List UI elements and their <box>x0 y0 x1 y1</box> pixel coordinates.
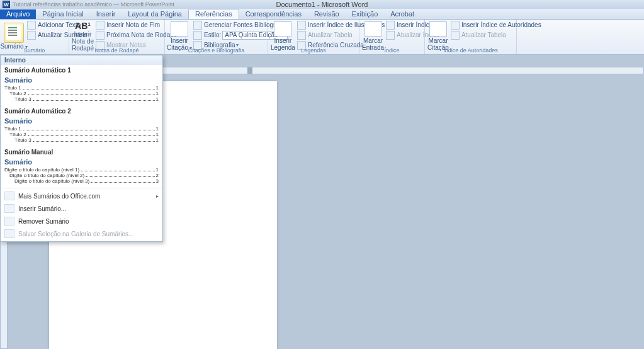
manual-line3-label: Digite o título do capítulo (nível 3) <box>14 178 89 184</box>
update-captions-icon <box>297 31 306 40</box>
gallery-manual-preview[interactable]: Sumário Digite o título do capítulo (nív… <box>4 158 159 184</box>
group-label-citations: Citações e Bibliografia <box>165 47 268 54</box>
group-label-footnotes: Notas de Rodapé <box>69 47 164 54</box>
auto2-line2-page: 1 <box>156 132 159 137</box>
gallery-section-builtin: Interno <box>1 55 162 65</box>
tab-review[interactable]: Revisão <box>308 9 346 19</box>
more-toc-office-button[interactable]: Mais Sumários do Office.com▸ <box>1 190 162 202</box>
auto1-line1-label: Título 1 <box>4 85 21 91</box>
update-index-icon <box>386 31 395 40</box>
caption-icon <box>274 21 291 37</box>
toc-icon <box>4 23 24 43</box>
mark-citation-icon <box>429 21 447 37</box>
auto1-line1-page: 1 <box>156 85 159 91</box>
manage-sources-icon <box>193 21 202 30</box>
save-selection-gallery-button: Salvar Seleção na Galeria de Sumários... <box>1 227 162 240</box>
more-toc-label: Mais Sumários do Office.com <box>18 193 100 200</box>
group-index: Marcar Entrada Inserir Índice Atualizar … <box>359 20 425 54</box>
document-title: Documento1 - Microsoft Word <box>276 1 368 8</box>
auto2-line1-label: Título 1 <box>4 126 21 132</box>
auto1-line2-label: Título 2 <box>9 91 26 96</box>
manual-line3-page: 3 <box>156 178 159 184</box>
background-window-title: Tutorial referências trabalho acadêmico … <box>13 1 174 8</box>
update-captions-label: Atualizar Tabela <box>308 31 353 39</box>
auto2-title: Sumário <box>4 117 159 125</box>
update-authorities-icon <box>451 31 460 40</box>
tab-insert[interactable]: Inserir <box>90 9 122 19</box>
save-gallery-icon <box>4 229 14 238</box>
tab-references[interactable]: Referências <box>188 9 239 19</box>
update-authorities-button[interactable]: Atualizar Tabela <box>449 30 543 40</box>
remove-toc-button[interactable]: Remover Sumário <box>1 215 162 227</box>
tab-home[interactable]: Página Inicial <box>36 9 89 19</box>
next-footnote-icon <box>96 31 105 40</box>
update-authorities-label: Atualizar Tabela <box>461 31 506 39</box>
tab-mailings[interactable]: Correspondências <box>239 9 308 19</box>
ribbon: Sumário Adicionar Texto Atualizar Sumári… <box>0 20 644 55</box>
manual-line1-page: 1 <box>156 167 159 173</box>
update-toc-icon <box>27 31 36 40</box>
insert-toc-icon <box>4 204 14 213</box>
insert-toc-label: Inserir Sumário... <box>18 205 66 212</box>
ribbon-tabs: Arquivo Página Inicial Inserir Layout da… <box>0 9 644 20</box>
gallery-auto2-preview[interactable]: Sumário Título 11 Título 21 Título 31 <box>4 117 159 143</box>
remove-toc-icon <box>4 217 14 226</box>
citation-icon <box>171 21 188 37</box>
add-text-icon <box>27 21 36 30</box>
toc-gallery-dropdown: Interno Sumário Automático 1 Sumário Tít… <box>0 55 163 242</box>
insert-authorities-button[interactable]: Inserir Índice de Autoridades <box>449 20 543 30</box>
manual-line2-page: 2 <box>156 173 159 178</box>
office-icon <box>4 192 14 200</box>
manual-title: Sumário <box>4 158 159 166</box>
save-selection-label: Salvar Seleção na Galeria de Sumários... <box>18 231 133 237</box>
gallery-auto1-preview[interactable]: Sumário Título 11 Título 21 Título 31 <box>4 76 159 102</box>
insert-index-icon <box>386 21 395 30</box>
manual-line2-label: Digite o título do capítulo (nível 2) <box>9 173 84 178</box>
tab-page-layout[interactable]: Layout da Página <box>121 9 188 19</box>
endnote-label: Inserir Nota de Fim <box>106 21 160 29</box>
manual-line1-label: Digite o título do capítulo (nível 1) <box>4 167 79 173</box>
style-icon <box>193 31 202 40</box>
auto1-line2-page: 1 <box>156 91 159 96</box>
auto1-line3-label: Título 3 <box>14 96 31 102</box>
word-app-icon: W <box>3 1 10 8</box>
auto1-line3-page: 1 <box>156 96 159 102</box>
auto2-line2-label: Título 2 <box>9 132 26 137</box>
tab-file[interactable]: Arquivo <box>0 9 36 19</box>
authorities-icon <box>451 21 460 30</box>
auto2-line3-page: 1 <box>156 137 159 143</box>
group-authorities: Marcar Citação Inserir Índice de Autorid… <box>425 20 517 54</box>
group-label-toc: Sumário <box>0 47 69 54</box>
gallery-auto2-name[interactable]: Sumário Automático 2 <box>1 106 162 116</box>
group-footnotes: AB¹ Inserir Nota de Rodapé Inserir Nota … <box>69 20 165 54</box>
group-citations: Inserir Citação Gerenciar Fontes Bibliog… <box>165 20 268 54</box>
group-table-of-contents: Sumário Adicionar Texto Atualizar Sumári… <box>0 20 69 54</box>
footnote-icon: AB¹ <box>74 21 92 31</box>
endnote-icon <box>96 21 105 30</box>
gallery-manual-name[interactable]: Sumário Manual <box>1 147 162 157</box>
gallery-auto1-name[interactable]: Sumário Automático 1 <box>1 65 162 75</box>
auto1-title: Sumário <box>4 76 159 84</box>
figures-index-icon <box>297 21 306 30</box>
auto2-line3-label: Título 3 <box>14 137 31 143</box>
auto2-line1-page: 1 <box>156 126 159 132</box>
group-label-index: Índice <box>359 47 424 54</box>
insert-authorities-label: Inserir Índice de Autoridades <box>461 21 541 29</box>
tab-acrobat[interactable]: Acrobat <box>384 9 421 19</box>
style-label: Estilo: <box>204 31 221 39</box>
group-captions: Inserir Legenda Inserir Índice de Ilustr… <box>268 20 359 54</box>
group-label-captions: Legendas <box>268 47 359 54</box>
group-label-authorities: Índice de Autoridades <box>425 47 516 54</box>
title-bar: W Tutorial referências trabalho acadêmic… <box>0 0 644 9</box>
tab-view[interactable]: Exibição <box>346 9 385 19</box>
insert-toc-button[interactable]: Inserir Sumário... <box>1 202 162 215</box>
remove-toc-label: Remover Sumário <box>18 218 69 225</box>
submenu-arrow-icon: ▸ <box>156 193 159 199</box>
ruler-page-break <box>247 67 252 74</box>
mark-entry-icon <box>364 21 382 37</box>
